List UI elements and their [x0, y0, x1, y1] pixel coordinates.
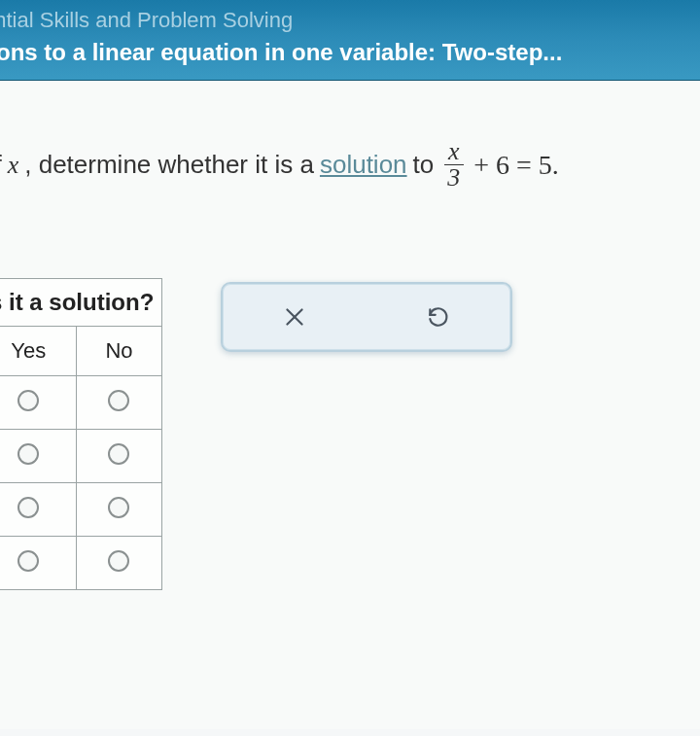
question-prefix: of	[0, 150, 2, 180]
column-yes: Yes	[0, 327, 76, 376]
fraction-numerator: x	[444, 139, 464, 165]
table-row	[0, 483, 162, 537]
solution-link[interactable]: solution	[320, 150, 407, 180]
table-row	[0, 430, 162, 483]
radio-yes[interactable]	[18, 550, 39, 572]
fraction-denominator: 3	[443, 165, 464, 191]
radio-yes[interactable]	[18, 390, 39, 411]
question-mid2: to	[413, 150, 435, 180]
page-header: ssential Skills and Problem Solving luti…	[0, 0, 700, 81]
radio-yes[interactable]	[18, 497, 39, 518]
radio-no[interactable]	[108, 390, 129, 411]
radio-yes[interactable]	[18, 443, 39, 465]
reset-button[interactable]	[419, 298, 458, 336]
column-no: No	[76, 327, 162, 376]
question-mid1: , determine whether it is a	[24, 150, 314, 180]
equation-rest: + 6 = 5.	[473, 150, 559, 181]
breadcrumb: ssential Skills and Problem Solving	[0, 8, 700, 33]
table-row	[0, 537, 162, 590]
radio-no[interactable]	[108, 497, 129, 518]
content-area: of x , determine whether it is a solutio…	[0, 81, 700, 729]
x-icon	[282, 304, 307, 330]
table-header: s it a solution?	[0, 279, 162, 327]
table-row	[0, 376, 162, 430]
answer-table: s it a solution? Yes No	[0, 278, 162, 590]
radio-no[interactable]	[108, 443, 129, 465]
page-title: lutions to a linear equation in one vari…	[0, 39, 700, 66]
clear-button[interactable]	[275, 298, 314, 336]
undo-icon	[426, 304, 451, 330]
equation-fraction: x 3	[443, 139, 464, 191]
radio-no[interactable]	[108, 550, 129, 572]
question-text: of x , determine whether it is a solutio…	[0, 139, 700, 191]
question-variable: x	[8, 151, 19, 180]
answer-toolbar	[221, 282, 512, 352]
